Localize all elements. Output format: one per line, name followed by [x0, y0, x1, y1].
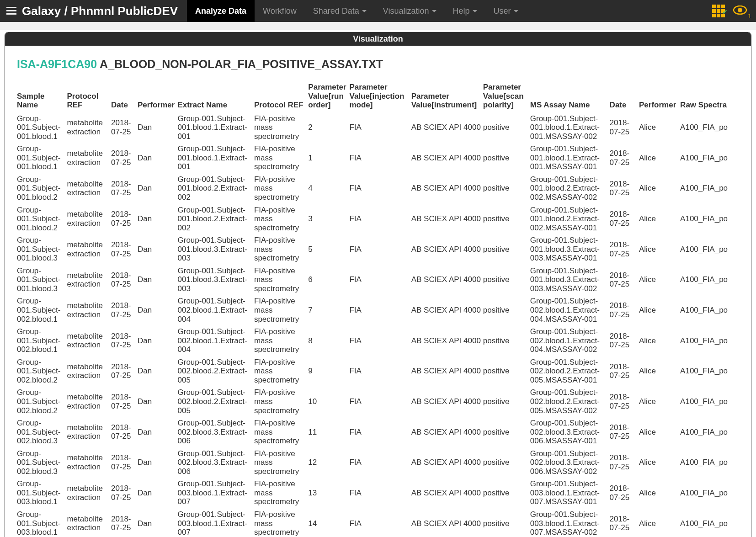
table-cell-run: 13 [308, 478, 349, 508]
table-cell-msassay: Group-001.Subject-003.blood.1.Extract-00… [530, 508, 610, 537]
nav-item-user[interactable]: User [485, 0, 527, 22]
table-cell-inj: FIA [349, 295, 411, 325]
table-cell-sample: Group-001.Subject-001.blood.2 [17, 204, 67, 234]
table-cell-date1: 2018-07-25 [111, 265, 138, 295]
nav-item-label: User [494, 6, 511, 16]
table-cell-proto2: FIA-positive mass spectrometry [254, 204, 308, 234]
nav-item-workflow[interactable]: Workflow [255, 0, 305, 22]
table-cell-instr: AB SCIEX API 4000 [411, 325, 483, 356]
panel-header: Visualization [5, 32, 751, 46]
table-cell-extract: Group-001.Subject-002.blood.2.Extract-00… [178, 386, 254, 417]
nav-item-label: Help [453, 6, 470, 16]
table-cell-msassay: Group-001.Subject-001.blood.2.Extract-00… [530, 173, 610, 204]
table-cell-perf2: Alice [639, 478, 680, 508]
table-cell-sample: Group-001.Subject-002.blood.3 [17, 447, 67, 478]
table-cell-raw: A100_FIA_po [680, 295, 739, 325]
table-cell-date2: 2018-07-25 [610, 325, 639, 356]
table-cell-date1: 2018-07-25 [111, 447, 138, 478]
table-row: Group-001.Subject-003.blood.1metabolite … [17, 508, 739, 537]
table-cell-date1: 2018-07-25 [111, 478, 138, 508]
table-cell-proto1: metabolite extraction [67, 417, 111, 447]
table-cell-inj: FIA [349, 143, 411, 173]
table-cell-pol: positive [483, 447, 530, 478]
table-cell-date1: 2018-07-25 [111, 508, 138, 537]
nav-items: Analyze DataWorkflowShared DataVisualiza… [187, 0, 527, 22]
table-cell-inj: FIA [349, 204, 411, 234]
table-header-cell: Parameter Value[injection mode] [349, 81, 411, 112]
table-cell-perf2: Alice [639, 295, 680, 325]
table-cell-extract: Group-001.Subject-002.blood.3.Extract-00… [178, 417, 254, 447]
check-icon: ✔ [722, 8, 728, 16]
table-cell-instr: AB SCIEX API 4000 [411, 265, 483, 295]
table-cell-perf2: Alice [639, 234, 680, 265]
table-row: Group-001.Subject-002.blood.2metabolite … [17, 356, 739, 387]
table-cell-perf1: Dan [138, 508, 178, 537]
table-cell-proto1: metabolite extraction [67, 204, 111, 234]
table-cell-date2: 2018-07-25 [610, 417, 639, 447]
table-cell-extract: Group-001.Subject-002.blood.1.Extract-00… [178, 295, 254, 325]
svg-rect-2 [6, 13, 16, 15]
table-cell-extract: Group-001.Subject-001.blood.1.Extract-00… [178, 143, 254, 173]
nav-item-visualization[interactable]: Visualization [375, 0, 445, 22]
table-cell-raw: A100_FIA_po [680, 112, 739, 143]
table-cell-instr: AB SCIEX API 4000 [411, 447, 483, 478]
table-row: Group-001.Subject-002.blood.3metabolite … [17, 447, 739, 478]
svg-rect-1 [6, 10, 16, 11]
table-row: Group-001.Subject-001.blood.3metabolite … [17, 265, 739, 295]
nav-item-help[interactable]: Help [445, 0, 485, 22]
table-cell-instr: AB SCIEX API 4000 [411, 204, 483, 234]
table-cell-raw: A100_FIA_po [680, 386, 739, 417]
table-cell-extract: Group-001.Subject-001.blood.3.Extract-00… [178, 265, 254, 295]
caret-down-icon [514, 10, 518, 12]
table-cell-extract: Group-001.Subject-002.blood.2.Extract-00… [178, 356, 254, 387]
table-cell-proto2: FIA-positive mass spectrometry [254, 173, 308, 204]
table-row: Group-001.Subject-001.blood.1metabolite … [17, 143, 739, 173]
table-cell-perf1: Dan [138, 112, 178, 143]
table-cell-sample: Group-001.Subject-003.blood.1 [17, 508, 67, 537]
nav-item-label: Workflow [263, 6, 297, 16]
table-cell-perf1: Dan [138, 234, 178, 265]
table-cell-proto1: metabolite extraction [67, 325, 111, 356]
table-cell-proto1: metabolite extraction [67, 386, 111, 417]
table-cell-pol: positive [483, 234, 530, 265]
table-header-cell: Parameter Value[scan polarity] [483, 81, 530, 112]
table-cell-instr: AB SCIEX API 4000 [411, 143, 483, 173]
table-row: Group-001.Subject-001.blood.2metabolite … [17, 173, 739, 204]
table-header-cell: Protocol REF [254, 81, 308, 112]
table-cell-extract: Group-001.Subject-002.blood.3.Extract-00… [178, 447, 254, 478]
menu-icon[interactable] [4, 0, 19, 22]
table-cell-run: 11 [308, 417, 349, 447]
table-cell-pol: positive [483, 325, 530, 356]
table-header-cell: Parameter Value[instrument] [411, 81, 483, 112]
table-cell-sample: Group-001.Subject-002.blood.1 [17, 325, 67, 356]
table-cell-proto2: FIA-positive mass spectrometry [254, 508, 308, 537]
table-header-cell: Performer [639, 81, 680, 112]
table-row: Group-001.Subject-003.blood.1metabolite … [17, 478, 739, 508]
table-cell-run: 5 [308, 234, 349, 265]
scratchbook-grid-icon[interactable]: ✔ [712, 5, 728, 17]
table-header-cell: MS Assay Name [530, 81, 610, 112]
table-cell-inj: FIA [349, 234, 411, 265]
table-cell-proto1: metabolite extraction [67, 265, 111, 295]
table-cell-date2: 2018-07-25 [610, 265, 639, 295]
table-cell-inj: FIA [349, 173, 411, 204]
table-cell-proto2: FIA-positive mass spectrometry [254, 265, 308, 295]
table-header-cell: Raw Spectra [680, 81, 739, 112]
nav-item-analyze-data[interactable]: Analyze Data [187, 0, 255, 22]
table-cell-msassay: Group-001.Subject-002.blood.2.Extract-00… [530, 356, 610, 387]
table-cell-instr: AB SCIEX API 4000 [411, 295, 483, 325]
table-row: Group-001.Subject-001.blood.1metabolite … [17, 112, 739, 143]
table-header-cell: Sample Name [17, 81, 67, 112]
nav-item-shared-data[interactable]: Shared Data [305, 0, 375, 22]
table-cell-msassay: Group-001.Subject-002.blood.3.Extract-00… [530, 447, 610, 478]
table-cell-pol: positive [483, 386, 530, 417]
table-cell-perf2: Alice [639, 173, 680, 204]
under-nav-strip [0, 22, 756, 30]
panel-body: ISA-A9F1CA90 A_BLOOD_NON-POLAR_FIA_POSIT… [5, 46, 751, 537]
table-cell-sample: Group-001.Subject-002.blood.2 [17, 356, 67, 387]
table-cell-date2: 2018-07-25 [610, 204, 639, 234]
assay-table: Sample NameProtocol REFDatePerformerExtr… [17, 81, 739, 537]
eye-icon[interactable]: 1 [733, 5, 747, 17]
table-cell-date1: 2018-07-25 [111, 173, 138, 204]
brand-title[interactable]: Galaxy / Phnmnl PublicDEV [19, 0, 187, 22]
